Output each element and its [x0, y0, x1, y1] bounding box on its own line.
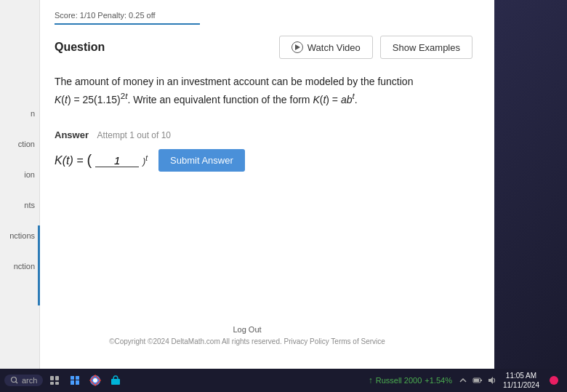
svg-rect-8	[71, 376, 74, 380]
question-line1: The amount of money in an investment acc…	[55, 73, 472, 89]
question-text: The amount of money in an investment acc…	[55, 73, 472, 108]
svg-marker-16	[488, 377, 493, 384]
stock-name: Russell 2000	[376, 376, 422, 385]
svg-rect-9	[76, 376, 79, 380]
svg-point-17	[550, 376, 558, 385]
answer-section: Answer Attempt 1 out of 10 K(t) = ( )t S…	[55, 129, 472, 172]
svg-rect-6	[71, 380, 74, 385]
taskbar-left: arch	[4, 372, 124, 389]
svg-rect-3	[55, 376, 59, 380]
question-header: Question Watch Video Show Examples	[55, 36, 472, 59]
time-text: 11:05 AM	[503, 371, 539, 380]
browser-window: n ction ion nts nctions nction Score: 1/…	[0, 0, 494, 371]
stock-arrow-icon: ↑	[369, 375, 373, 385]
volume-icon[interactable]	[487, 375, 497, 385]
answer-input-a[interactable]	[95, 154, 139, 167]
sidebar: n ction ion nts nctions nction	[0, 0, 40, 371]
taskbar-store-icon[interactable]	[107, 372, 124, 389]
svg-rect-5	[55, 382, 59, 385]
log-out-link[interactable]: Log Out	[233, 325, 261, 334]
sidebar-item-nctions[interactable]: nctions	[9, 231, 39, 240]
time-display: 11:05 AM 11/11/2024	[503, 371, 539, 390]
svg-rect-12	[111, 379, 120, 385]
accent-bar	[38, 225, 40, 305]
score-bar: Score: 1/10 Penalty: 0.25 off	[55, 11, 200, 25]
chevron-up-icon[interactable]	[458, 375, 468, 385]
bell-icon	[548, 375, 560, 386]
watch-video-button[interactable]: Watch Video	[279, 36, 373, 59]
search-text: arch	[22, 376, 37, 385]
question-line2: K(t) = 25(1.15)2t. Write an equivalent f…	[55, 89, 472, 108]
play-triangle-icon	[295, 44, 300, 50]
stock-change: +1.54%	[425, 376, 452, 385]
svg-line-1	[16, 382, 18, 384]
paren-left: (	[87, 152, 92, 169]
notification-icon[interactable]	[545, 372, 563, 389]
svg-rect-2	[50, 376, 54, 380]
taskbar-search[interactable]: arch	[4, 375, 43, 386]
sidebar-item-ion[interactable]: ion	[24, 170, 39, 179]
date-text: 11/11/2024	[503, 380, 539, 390]
sidebar-item-ction[interactable]: ction	[18, 140, 39, 148]
score-text: Score: 1/10 Penalty: 0.25 off	[55, 11, 156, 20]
play-icon	[291, 41, 303, 53]
taskbar: arch	[0, 369, 567, 392]
svg-rect-14	[480, 380, 482, 381]
windows-icon	[69, 375, 81, 386]
show-examples-button[interactable]: Show Examples	[380, 36, 472, 59]
taskbar-chrome-icon[interactable]	[87, 372, 104, 389]
system-tray	[458, 375, 497, 385]
chrome-icon	[89, 374, 102, 387]
question-label: Question	[55, 41, 105, 54]
svg-rect-4	[50, 382, 54, 385]
svg-rect-7	[76, 380, 79, 385]
main-content: Score: 1/10 Penalty: 0.25 off Question W…	[40, 0, 494, 371]
taskbar-files-icon[interactable]	[46, 372, 63, 389]
answer-label: Answer Attempt 1 out of 10	[55, 129, 472, 140]
answer-row: K(t) = ( )t Submit Answer	[55, 149, 472, 172]
attempt-text: Attempt 1 out of 10	[97, 130, 171, 140]
stock-info: ↑ Russell 2000 +1.54%	[369, 375, 452, 385]
watch-video-label: Watch Video	[307, 42, 361, 53]
footer-copyright: ©Copyright ©2024 DeltaMath.com All right…	[109, 337, 385, 345]
right-decorative	[494, 0, 567, 371]
sidebar-item-nts[interactable]: nts	[24, 201, 39, 209]
search-icon	[10, 376, 19, 385]
taskbar-windows-icon[interactable]	[66, 372, 84, 389]
header-buttons: Watch Video Show Examples	[279, 36, 472, 59]
store-icon	[110, 375, 121, 386]
exponent-t: )t	[142, 154, 148, 167]
battery-icon	[472, 375, 483, 385]
kt-label: K(t) =	[55, 154, 84, 167]
sidebar-item-nction[interactable]: nction	[14, 262, 39, 271]
footer: Log Out ©Copyright ©2024 DeltaMath.com A…	[0, 325, 494, 345]
show-examples-label: Show Examples	[393, 42, 460, 53]
svg-point-0	[12, 377, 17, 383]
sidebar-item-n[interactable]: n	[31, 109, 39, 118]
taskbar-right: ↑ Russell 2000 +1.54% 11:05 AM 11/11/202…	[369, 371, 563, 390]
submit-answer-button[interactable]: Submit Answer	[158, 149, 245, 172]
svg-rect-15	[474, 379, 479, 382]
files-icon	[49, 375, 60, 386]
svg-point-11	[93, 378, 97, 383]
